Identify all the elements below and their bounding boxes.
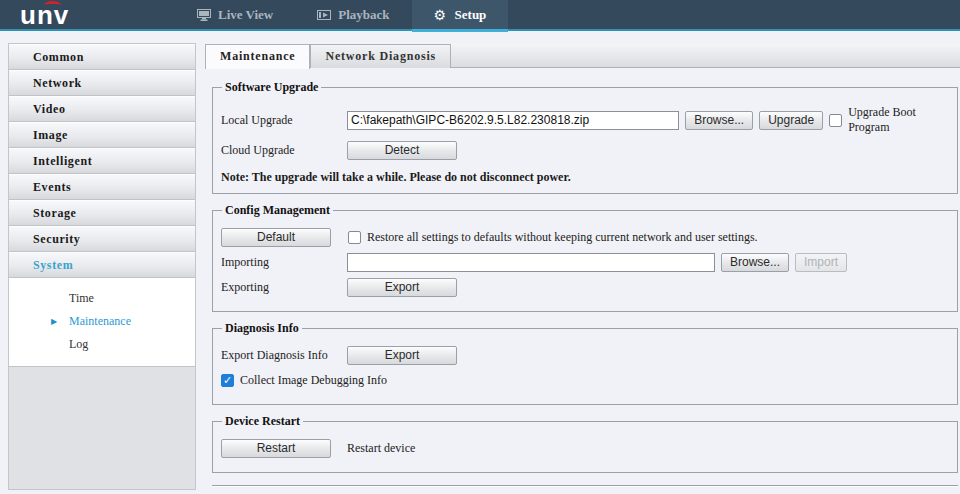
sidebar-item-network[interactable]: Network [9, 70, 195, 96]
submenu-item-time[interactable]: Time [9, 287, 195, 310]
nav-live-view-label: Live View [218, 7, 273, 23]
upgrade-button[interactable]: Upgrade [759, 111, 823, 130]
nav-setup-label: Setup [455, 7, 487, 23]
top-header: unv Live View Playback ⚙ Setup [0, 0, 960, 31]
local-upgrade-input[interactable] [347, 111, 679, 130]
software-upgrade-section: Software Upgrade Local Upgrade Browse...… [212, 80, 958, 194]
sidebar-item-common[interactable]: Common [9, 44, 195, 70]
restart-button[interactable]: Restart [221, 439, 331, 458]
gear-icon: ⚙ [434, 9, 448, 21]
upgrade-note: Note: The upgrade will take a while. Ple… [221, 170, 949, 185]
restore-settings-label: Restore all settings to defaults without… [367, 230, 758, 245]
restore-settings-checkbox[interactable] [348, 231, 361, 244]
sidebar-item-security[interactable]: Security [9, 226, 195, 252]
detect-button[interactable]: Detect [347, 141, 457, 160]
exporting-label: Exporting [221, 280, 347, 295]
unv-logo: unv [20, 2, 90, 28]
nav-setup[interactable]: ⚙ Setup [412, 0, 509, 30]
settings-sidebar: Common Network Video Image Intelligent E… [8, 43, 196, 490]
software-upgrade-legend: Software Upgrade [222, 80, 321, 95]
submenu-item-maintenance[interactable]: ▶Maintenance [9, 310, 195, 333]
sidebar-item-events[interactable]: Events [9, 174, 195, 200]
diagnosis-info-section: Diagnosis Info Export Diagnosis Info Exp… [212, 321, 958, 405]
export-diagnosis-label: Export Diagnosis Info [221, 348, 347, 363]
system-submenu: Time ▶Maintenance Log [9, 278, 195, 367]
cloud-upgrade-label: Cloud Upgrade [221, 143, 347, 158]
footer-divider [212, 485, 958, 487]
sidebar-item-intelligent[interactable]: Intelligent [9, 148, 195, 174]
local-upgrade-label: Local Upgrade [221, 113, 347, 128]
content-tabstrip: Maintenance Network Diagnosis [205, 44, 960, 68]
sidebar-item-system[interactable]: System [9, 252, 195, 278]
import-button[interactable]: Import [795, 253, 847, 272]
importing-input[interactable] [347, 253, 715, 272]
browse-import-button[interactable]: Browse... [721, 253, 789, 272]
restart-device-hint: Restart device [347, 441, 415, 456]
default-button[interactable]: Default [221, 228, 331, 247]
upgrade-boot-program-label: Upgrade Boot Program [848, 105, 949, 135]
device-restart-section: Device Restart Restart Restart device [212, 414, 958, 473]
sidebar-item-storage[interactable]: Storage [9, 200, 195, 226]
config-management-legend: Config Management [222, 203, 333, 218]
nav-playback[interactable]: Playback [295, 0, 411, 30]
main-nav: Live View Playback ⚙ Setup [175, 0, 508, 30]
nav-live-view[interactable]: Live View [175, 0, 295, 30]
main-panel: Maintenance Network Diagnosis Software U… [205, 44, 960, 494]
device-restart-legend: Device Restart [222, 414, 303, 429]
tab-maintenance[interactable]: Maintenance [205, 44, 310, 69]
diagnosis-info-legend: Diagnosis Info [222, 321, 302, 336]
monitor-icon [197, 9, 211, 21]
sidebar-item-image[interactable]: Image [9, 122, 195, 148]
sidebar-item-video[interactable]: Video [9, 96, 195, 122]
tab-network-diagnosis[interactable]: Network Diagnosis [310, 44, 451, 68]
importing-label: Importing [221, 255, 347, 270]
upgrade-boot-program-checkbox[interactable] [829, 114, 842, 127]
collect-image-debugging-label: Collect Image Debugging Info [240, 373, 387, 388]
active-arrow-icon: ▶ [51, 310, 57, 333]
logo-red-arc-icon [44, 1, 61, 9]
browse-local-button[interactable]: Browse... [685, 111, 753, 130]
submenu-item-maintenance-label: Maintenance [69, 314, 131, 328]
submenu-item-log[interactable]: Log [9, 333, 195, 356]
config-management-section: Config Management Default Restore all se… [212, 203, 958, 312]
playback-icon [317, 9, 331, 21]
export-diagnosis-button[interactable]: Export [347, 346, 457, 365]
maintenance-content: Software Upgrade Local Upgrade Browse...… [205, 68, 960, 494]
export-config-button[interactable]: Export [347, 278, 457, 297]
nav-playback-label: Playback [338, 7, 389, 23]
collect-image-debugging-checkbox[interactable] [221, 374, 234, 387]
